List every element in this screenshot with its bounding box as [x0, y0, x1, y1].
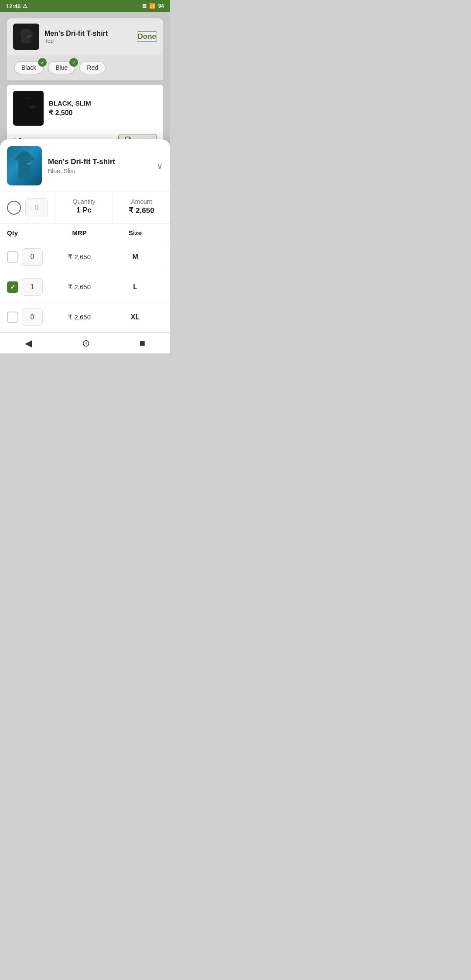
- th-mrp: MRP: [51, 229, 107, 236]
- check-badge-black: ✓: [38, 58, 47, 67]
- th-qty: Qty: [7, 229, 51, 236]
- th-size: Size: [107, 229, 163, 236]
- checkbox-xl[interactable]: [7, 312, 18, 323]
- recents-button[interactable]: ■: [140, 338, 145, 349]
- checkbox-l[interactable]: [7, 281, 18, 293]
- wifi-icon: 📶: [149, 3, 156, 9]
- mrp-xl: ₹ 2,650: [51, 313, 107, 321]
- summary-row: 0 Quantity 1 Pc Amount ₹ 2,650: [0, 192, 170, 224]
- battery-icon: 94: [158, 3, 164, 9]
- color-chip-blue[interactable]: Blue ✓: [48, 61, 75, 74]
- quantity-value: 1 Pc: [61, 206, 106, 215]
- variant-title: BLACK, SLIM: [49, 99, 157, 107]
- warning-icon: ⚠: [23, 3, 27, 9]
- back-button[interactable]: ◀: [25, 338, 32, 349]
- table-header: Qty MRP Size: [0, 224, 170, 242]
- table-row: 0 ₹ 2,650 XL: [0, 302, 170, 332]
- color-chip-black[interactable]: Black ✓: [14, 61, 44, 74]
- status-bar: 12:46 ⚠ ⊠ 📶 94: [0, 0, 170, 12]
- table-row: 1 ₹ 2,650 L: [0, 272, 170, 302]
- home-button[interactable]: ⊙: [82, 338, 90, 349]
- circle-icon: [7, 201, 21, 215]
- qty-input-xl[interactable]: 0: [22, 308, 43, 326]
- size-m: M: [107, 253, 163, 261]
- product-subtext: Top: [44, 38, 108, 44]
- done-button[interactable]: Done: [137, 31, 157, 42]
- product-name: Men's Dri-fit T-shirt: [44, 30, 108, 38]
- sheet-product-name: Men's Dri-fit T-shirt: [48, 158, 150, 166]
- mrp-l: ₹ 2,650: [51, 283, 107, 291]
- size-l: L: [107, 283, 163, 291]
- check-badge-blue: ✓: [69, 58, 78, 67]
- qty-input-l[interactable]: 1: [22, 278, 43, 296]
- color-chip-red[interactable]: Red: [79, 61, 106, 74]
- status-time: 12:46: [6, 3, 20, 10]
- checkbox-m[interactable]: [7, 251, 18, 263]
- sheet-product-variant: Blue, Slim: [48, 168, 150, 175]
- amount-label: Amount: [119, 198, 164, 205]
- amount-value: ₹ 2,650: [119, 206, 164, 215]
- sheet-product-header[interactable]: Men's Dri-fit T-shirt Blue, Slim ∨: [0, 139, 170, 192]
- mrp-m: ₹ 2,650: [51, 253, 107, 261]
- chevron-down-icon[interactable]: ∨: [157, 161, 163, 171]
- quantity-label: Quantity: [61, 198, 106, 205]
- table-row: 0 ₹ 2,650 M: [0, 242, 170, 272]
- qty-input-m[interactable]: 0: [22, 248, 43, 266]
- screen-icon: ⊠: [142, 3, 147, 9]
- variant-price: ₹ 2,500: [49, 109, 157, 117]
- size-xl: XL: [107, 313, 163, 321]
- sheet-product-image: [7, 146, 42, 185]
- status-right: ⊠ 📶 94: [142, 3, 164, 9]
- product-thumbnail: [13, 24, 39, 50]
- variant-image: [13, 91, 44, 126]
- product-header: Men's Dri-fit T-shirt Top Done: [7, 18, 163, 55]
- bottom-sheet: Men's Dri-fit T-shirt Blue, Slim ∨ 0 Qua…: [0, 139, 170, 353]
- color-selection: Black ✓ Blue ✓ Red: [7, 55, 163, 80]
- nav-bar: ◀ ⊙ ■: [0, 332, 170, 353]
- summary-qty-input[interactable]: 0: [25, 198, 48, 217]
